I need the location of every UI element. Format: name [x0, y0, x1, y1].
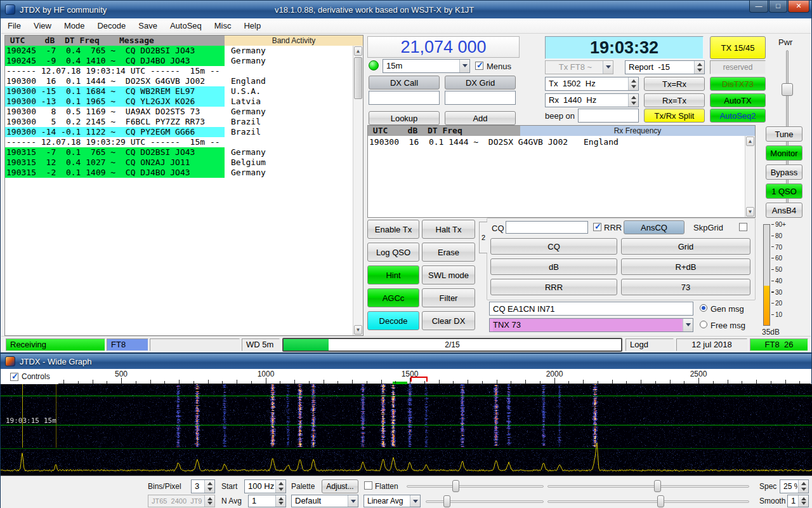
enable-tx-button[interactable]: Enable Tx: [367, 220, 419, 239]
wf-zero-handle[interactable]: [654, 480, 661, 492]
dx-call-input[interactable]: [369, 91, 440, 105]
agcc-button[interactable]: AGCc: [367, 288, 419, 307]
decode-row[interactable]: 190245 -7 0.4 765 ~ CQ DO2BSI JO43German…: [5, 46, 353, 56]
tune-button[interactable]: Tune: [766, 126, 802, 142]
band-combo[interactable]: 15m: [383, 59, 470, 73]
decode-row[interactable]: 190315 12 0.4 1027 ~ CQ ON2AJ JO11Belgiu…: [5, 157, 353, 168]
rx-freq-spinner[interactable]: Rx 1440 Hz: [545, 93, 639, 107]
distx73-button[interactable]: DisTX73: [710, 77, 766, 91]
msg-rdb-button[interactable]: R+dB: [621, 258, 750, 275]
skpgrid-checkbox[interactable]: [739, 223, 747, 231]
wide-graph-titlebar[interactable]: JTDX - Wide Graph: [1, 354, 811, 369]
rrr-checkbox[interactable]: [593, 223, 601, 231]
halt-tx-button[interactable]: Halt Tx: [422, 220, 475, 239]
waterfall-display[interactable]: [1, 384, 812, 476]
decode-row[interactable]: 190300 16 0.1 1444 ~ DO2SX G4GVB JO02Eng…: [5, 76, 353, 86]
scroll-down-icon[interactable]: ▼: [746, 207, 754, 217]
msg-cq-button[interactable]: CQ: [490, 238, 617, 255]
palette-combo[interactable]: Default: [291, 495, 358, 507]
menu-item-decode[interactable]: Decode: [91, 18, 132, 33]
one-qso-button[interactable]: 1 QSO: [766, 184, 802, 199]
erase-button[interactable]: Erase: [422, 243, 475, 262]
band-activity-scrollbar[interactable]: ▲ ▼: [353, 46, 363, 335]
gen-msg-radio[interactable]: [700, 304, 707, 312]
maximize-button[interactable]: □: [769, 1, 787, 13]
jt65-split-spinner[interactable]: JT65 2400 JT9: [148, 495, 215, 507]
free-msg-radio[interactable]: [700, 321, 707, 328]
msg-db-button[interactable]: dB: [490, 258, 617, 275]
menu-item-save[interactable]: Save: [132, 18, 164, 33]
spec-gain-handle[interactable]: [443, 495, 450, 507]
bypass-button[interactable]: Bypass: [766, 164, 802, 180]
tab-2[interactable]: 2: [479, 222, 487, 253]
spec-zero-handle[interactable]: [657, 495, 664, 507]
gen-msg-input[interactable]: [489, 302, 693, 316]
spec-zero-slider[interactable]: [547, 500, 749, 503]
scroll-up-icon[interactable]: ▲: [746, 137, 754, 146]
clear-dx-button[interactable]: Clear DX: [422, 311, 475, 330]
spin-arrows-icon[interactable]: [798, 480, 808, 493]
chevron-down-icon[interactable]: [348, 495, 358, 507]
msg-rrr-button[interactable]: RRR: [490, 279, 617, 295]
decode-row[interactable]: 190300 -14 -0.1 1122 ~ CQ PY2EGM GG66Bra…: [5, 127, 353, 137]
decode-row[interactable]: 190315 -7 0.1 765 ~ CQ DO2BSI JO43German…: [5, 147, 353, 157]
spec-spinner[interactable]: 25 %: [780, 479, 809, 493]
tx-freq-spinner[interactable]: Tx 1502 Hz: [545, 77, 639, 91]
wf-zero-slider[interactable]: [547, 485, 749, 488]
tx-mode-combo[interactable]: Tx FT8 ~: [545, 60, 613, 74]
menus-checkbox[interactable]: [475, 62, 483, 70]
menu-item-view[interactable]: View: [27, 18, 58, 33]
wf-gain-handle[interactable]: [452, 480, 459, 492]
menu-item-help[interactable]: Help: [237, 18, 267, 33]
adjust-button[interactable]: Adjust...: [322, 479, 358, 493]
tx-eq-rx-button[interactable]: Tx=Rx: [644, 77, 705, 91]
scroll-thumb[interactable]: [354, 57, 362, 99]
txrx-split-button[interactable]: Tx/Rx Split: [644, 109, 705, 123]
close-button[interactable]: ✕: [788, 1, 809, 13]
spin-arrows-icon[interactable]: [628, 94, 638, 107]
decode-row[interactable]: 190245 -9 0.4 1410 ~ CQ DJ4BO JO43German…: [5, 56, 353, 66]
scroll-down-icon[interactable]: ▼: [354, 325, 362, 335]
anscq-button[interactable]: AnsCQ: [624, 220, 684, 234]
decode-row[interactable]: 190300 -15 0.1 1684 ~ CQ WB2REM EL97U.S.…: [5, 86, 353, 97]
dx-grid-input[interactable]: [445, 91, 516, 105]
menu-item-file[interactable]: File: [1, 18, 27, 33]
beep-on-input[interactable]: [578, 109, 639, 123]
avg-combo[interactable]: Linear Avg: [363, 495, 421, 507]
ansb4-button[interactable]: AnsB4: [766, 203, 802, 218]
decode-row[interactable]: 190300 -13 0.1 1965 ~ CQ YL2GJX KO26Latv…: [5, 97, 353, 107]
swl-mode-button[interactable]: SWL mode: [422, 265, 475, 284]
scroll-up-icon[interactable]: ▲: [354, 46, 362, 56]
rx-frequency-scrollbar[interactable]: ▲ ▼: [745, 136, 755, 217]
menu-item-autoseq[interactable]: AutoSeq: [164, 18, 208, 33]
chevron-down-icon[interactable]: [683, 319, 693, 331]
flatten-checkbox[interactable]: [364, 481, 372, 490]
wf-gain-slider[interactable]: [407, 485, 544, 488]
spin-arrows-icon[interactable]: [275, 480, 285, 493]
decode-row[interactable]: ------ 12.07.18 19:03:14 UTC ------ 15m …: [5, 66, 353, 76]
autotx-button[interactable]: AutoTX: [710, 93, 766, 107]
cq-input[interactable]: [506, 221, 588, 234]
spin-arrows-icon[interactable]: [204, 480, 214, 493]
spin-arrows-icon[interactable]: [798, 495, 808, 507]
msg-grid-button[interactable]: Grid: [621, 238, 750, 255]
spin-arrows-icon[interactable]: [204, 495, 214, 507]
msg-73-button[interactable]: 73: [621, 279, 750, 295]
hint-button[interactable]: Hint: [367, 265, 419, 284]
decode-row[interactable]: 190300 5 0.2 2145 ~ F6BCL PY7ZZ RR73Braz…: [5, 117, 353, 127]
spin-arrows-icon[interactable]: [628, 77, 638, 90]
navg-spinner[interactable]: 1: [248, 495, 286, 507]
tx-slot-button[interactable]: TX 15/45: [710, 36, 766, 59]
minimize-button[interactable]: —: [749, 1, 768, 13]
decode-row[interactable]: ------ 12.07.18 19:03:29 UTC ------ 15m …: [5, 137, 353, 147]
autoseq-button[interactable]: AutoSeq2: [710, 109, 766, 123]
smooth-spinner[interactable]: 1: [787, 495, 809, 507]
start-spinner[interactable]: 100 Hz: [244, 479, 286, 493]
main-titlebar[interactable]: JTDX by HF community v18.1.0.88, derivat…: [1, 1, 811, 18]
report-spinner[interactable]: Report -15: [625, 60, 705, 74]
lookup-button[interactable]: Lookup: [369, 111, 440, 125]
decode-button[interactable]: Decode: [367, 311, 419, 330]
add-button[interactable]: Add: [445, 111, 516, 125]
chevron-down-icon[interactable]: [459, 60, 469, 72]
monitor-button[interactable]: Monitor: [766, 145, 802, 161]
